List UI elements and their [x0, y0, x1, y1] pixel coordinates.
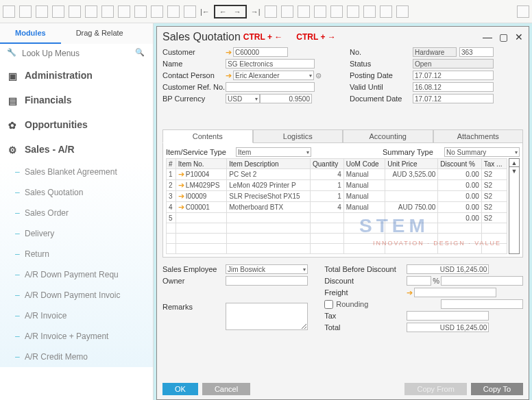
- cancel-button[interactable]: Cancel: [202, 383, 250, 395]
- tab-modules[interactable]: Modules: [0, 23, 61, 44]
- table-row[interactable]: 2➔LM4029PSLeMon 4029 Printer P1Manual0.0…: [167, 180, 507, 191]
- table-row[interactable]: [167, 223, 507, 234]
- sales-icon: ⚙: [8, 145, 18, 154]
- tb-icon[interactable]: [380, 5, 392, 18]
- tb-icon[interactable]: [3, 5, 15, 18]
- wrench-icon[interactable]: 🔧: [7, 48, 18, 59]
- nav-administration[interactable]: ▣Administration: [0, 63, 153, 88]
- minimize-icon[interactable]: —: [483, 32, 492, 42]
- grid-header[interactable]: Tax ...: [481, 159, 507, 169]
- ok-button[interactable]: OK: [162, 383, 198, 395]
- table-row[interactable]: 3➔I00009SLR PreciseShot PX151Manual0.00S…: [167, 191, 507, 202]
- tb-icon[interactable]: [134, 5, 147, 18]
- tb-icon[interactable]: [314, 5, 326, 18]
- valid-field[interactable]: 16.08.12: [413, 82, 494, 92]
- tb-icon[interactable]: [396, 5, 409, 18]
- tab-drag-relate[interactable]: Drag & Relate: [61, 23, 138, 44]
- docnum-field[interactable]: 363: [459, 47, 494, 57]
- grid-header[interactable]: Item No.: [176, 159, 226, 169]
- nav-sales-ar[interactable]: ⚙Sales - A/R: [0, 137, 153, 162]
- tb-icon[interactable]: [517, 5, 529, 18]
- rate-field[interactable]: 0.9500: [260, 94, 312, 103]
- maximize-icon[interactable]: ▢: [499, 32, 508, 42]
- tb-icon[interactable]: [151, 5, 163, 18]
- sidebar-item[interactable]: Delivery: [0, 223, 153, 244]
- contact-extra-icon[interactable]: ⊜: [315, 71, 322, 80]
- items-grid[interactable]: #Item No.Item DescriptionQuantityUoM Cod…: [166, 158, 507, 254]
- name-field[interactable]: SG Electronics: [226, 59, 315, 68]
- tab-contents[interactable]: Contents: [162, 129, 253, 143]
- sidebar-item[interactable]: Sales Order: [0, 203, 153, 223]
- tab-logistics[interactable]: Logistics: [253, 129, 343, 143]
- tb-icon[interactable]: [69, 5, 81, 18]
- ref-field[interactable]: [226, 82, 315, 92]
- tb-icon[interactable]: [298, 5, 310, 18]
- tb-icon[interactable]: [281, 5, 293, 18]
- table-row[interactable]: 1➔P10004PC Set 24ManualAUD 3,525.000.00S…: [167, 169, 507, 180]
- sidebar-item[interactable]: Sales Blanket Agreement: [0, 162, 153, 182]
- search-icon[interactable]: 🔍: [135, 48, 146, 59]
- tb-icon[interactable]: [19, 5, 32, 18]
- employee-field[interactable]: Jim Boswick: [226, 264, 308, 274]
- link-arrow-icon[interactable]: ➔: [226, 71, 232, 80]
- nav-financials[interactable]: ▤Financials: [0, 88, 153, 112]
- tab-accounting[interactable]: Accounting: [343, 129, 433, 143]
- tb-icon[interactable]: [36, 5, 48, 18]
- tab-attachments[interactable]: Attachments: [433, 129, 524, 143]
- sidebar-item[interactable]: A/R Down Payment Requ: [0, 264, 153, 285]
- tb-icon[interactable]: [184, 5, 196, 18]
- sidebar-item[interactable]: A/R Down Payment Invoic: [0, 285, 153, 305]
- series-field[interactable]: Hardware: [413, 47, 457, 57]
- tb-icon[interactable]: [347, 5, 359, 18]
- tb-icon[interactable]: [363, 5, 376, 18]
- table-row[interactable]: [167, 234, 507, 244]
- discount-pct-field[interactable]: [407, 276, 431, 286]
- grid-header[interactable]: UoM Code: [343, 159, 385, 169]
- tb-icon[interactable]: [167, 5, 180, 18]
- grid-header[interactable]: Quantity: [311, 159, 344, 169]
- menu-search-input[interactable]: [22, 49, 131, 58]
- move-up-icon[interactable]: ▲: [509, 159, 519, 167]
- sumtype-field[interactable]: No Summary: [444, 147, 520, 157]
- copy-to-button[interactable]: Copy To: [471, 383, 523, 395]
- grid-header[interactable]: Discount %: [438, 159, 482, 169]
- sidebar-item[interactable]: A/R Invoice: [0, 305, 153, 326]
- link-arrow-icon[interactable]: ➔: [407, 288, 413, 297]
- next-record-icon[interactable]: →: [234, 8, 241, 16]
- sidebar-item[interactable]: A/R Credit Memo: [0, 347, 153, 367]
- discount-value[interactable]: [441, 276, 523, 286]
- copy-from-button[interactable]: Copy From: [404, 383, 466, 395]
- prev-record-icon[interactable]: ←: [219, 8, 227, 16]
- sidebar-item[interactable]: Sales Quotation: [0, 182, 153, 203]
- nav-opportunities[interactable]: ✿Opportunities: [0, 112, 153, 137]
- sidebar-item[interactable]: A/R Invoice + Payment: [0, 326, 153, 347]
- move-down-icon[interactable]: ▼: [509, 167, 519, 175]
- close-icon[interactable]: ✕: [515, 32, 523, 42]
- tb-icon[interactable]: [52, 5, 64, 18]
- currency-field[interactable]: USD: [226, 94, 260, 103]
- tb-icon[interactable]: [265, 5, 277, 18]
- contact-field[interactable]: Eric Alexander: [233, 71, 314, 80]
- tb-icon[interactable]: [101, 5, 114, 18]
- rounding-checkbox[interactable]: [324, 300, 333, 309]
- table-row[interactable]: 50.00S2: [167, 213, 507, 223]
- owner-field[interactable]: [226, 276, 308, 286]
- docdate-field[interactable]: 17.07.12: [413, 94, 494, 103]
- last-record-icon[interactable]: →|: [251, 8, 261, 16]
- grid-header[interactable]: Item Description: [227, 159, 311, 169]
- itemtype-field[interactable]: Item: [236, 147, 311, 157]
- postdate-field[interactable]: 17.07.12: [413, 71, 494, 80]
- customer-field[interactable]: C60000: [233, 47, 288, 57]
- table-row[interactable]: 4➔C00001Motherboard BTX4ManualAUD 750.00…: [167, 202, 507, 213]
- table-row[interactable]: [167, 244, 507, 254]
- first-record-icon[interactable]: |←: [200, 8, 210, 16]
- link-arrow-icon[interactable]: ➔: [226, 48, 232, 57]
- sidebar-item[interactable]: Return: [0, 244, 153, 264]
- remarks-field[interactable]: [226, 303, 308, 330]
- grid-header[interactable]: Unit Price: [385, 159, 438, 169]
- grid-header[interactable]: #: [167, 159, 176, 169]
- tb-icon[interactable]: [85, 5, 97, 18]
- rounding-value: [441, 299, 523, 309]
- tb-icon[interactable]: [330, 5, 343, 18]
- tb-icon[interactable]: [118, 5, 130, 18]
